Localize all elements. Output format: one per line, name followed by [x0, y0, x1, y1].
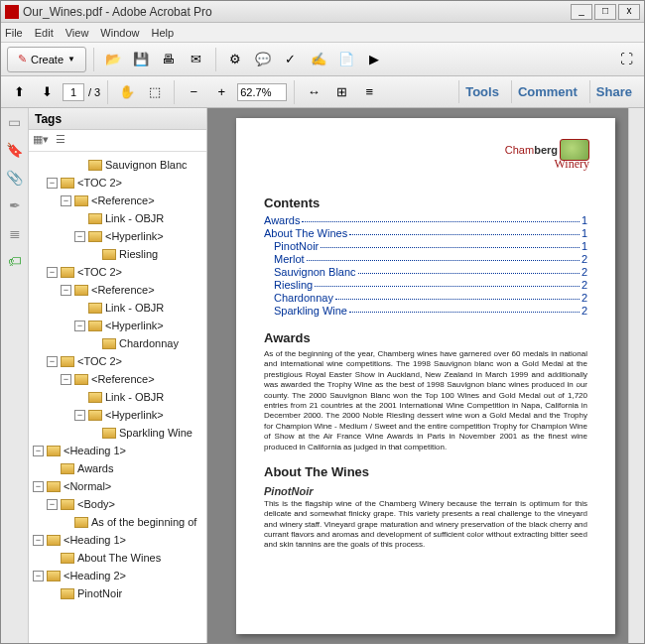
select-icon[interactable]: ⬚	[143, 80, 167, 104]
thumbnails-icon[interactable]: ▭	[6, 114, 24, 132]
hand-icon[interactable]: ✋	[115, 80, 139, 104]
tree-node[interactable]: −<Heading 2>	[31, 567, 204, 584]
multimedia-icon[interactable]: ▶	[362, 48, 386, 71]
toggle-icon[interactable]: −	[61, 195, 71, 206]
toggle-icon[interactable]: −	[47, 178, 58, 189]
tree-node[interactable]: −<Hyperlink>	[31, 406, 204, 424]
tags-options-icon[interactable]: ▦▾	[33, 133, 49, 149]
tag-icon	[74, 517, 88, 528]
tree-node[interactable]: Link - OBJR	[31, 388, 204, 406]
toggle-icon[interactable]: −	[33, 535, 44, 546]
toggle-icon[interactable]: −	[47, 356, 58, 367]
close-button[interactable]: x	[618, 4, 640, 20]
heading-awards: Awards	[264, 330, 587, 345]
tree-label: About The Wines	[77, 552, 161, 564]
toc-line[interactable]: About The Wines1	[264, 227, 587, 239]
expand-icon[interactable]: ⛶	[614, 48, 638, 71]
fit-page-icon[interactable]: ⊞	[329, 80, 353, 104]
layers-icon[interactable]: ≣	[6, 225, 24, 243]
tree-node[interactable]: Sparkling Wine	[31, 424, 204, 442]
tree-node[interactable]: About The Wines	[31, 549, 204, 567]
stamp-icon[interactable]: ✓	[279, 48, 303, 71]
tree-node[interactable]: −<Reference>	[31, 370, 204, 388]
toggle-icon[interactable]: −	[47, 267, 58, 278]
tools-tab[interactable]: Tools	[458, 80, 505, 103]
signatures-icon[interactable]: ✒	[6, 197, 24, 215]
tree-node[interactable]: Riesling	[31, 245, 204, 263]
zoom-out-icon[interactable]: −	[182, 80, 205, 104]
toc-line[interactable]: PinotNoir1	[264, 240, 587, 252]
toggle-icon[interactable]: −	[33, 571, 44, 581]
tree-node[interactable]: As of the beginning of	[31, 513, 204, 531]
tags-tree[interactable]: Sauvignon Blanc−<TOC 2>−<Reference>Link …	[29, 152, 206, 644]
tree-node[interactable]: −<Heading 1>	[31, 531, 204, 549]
tree-node[interactable]: −<TOC 2>	[31, 352, 204, 370]
create-button[interactable]: ✎Create▼	[7, 47, 86, 72]
tree-node[interactable]: Link - OBJR	[31, 209, 204, 227]
tree-node[interactable]: −<Hyperlink>	[31, 317, 204, 334]
toggle-icon[interactable]: −	[74, 231, 85, 242]
zoom-in-icon[interactable]: +	[209, 80, 233, 104]
attachments-icon[interactable]: 📎	[6, 170, 24, 188]
toc-line[interactable]: Merlot2	[264, 253, 587, 265]
toc-line[interactable]: Sauvignon Blanc2	[264, 266, 587, 278]
tags-icon[interactable]: 🏷	[6, 253, 24, 271]
toggle-icon[interactable]: −	[61, 374, 71, 385]
sign-icon[interactable]: ✍	[307, 48, 330, 71]
toggle-icon[interactable]: −	[74, 321, 85, 331]
tree-node[interactable]: −<TOC 2>	[31, 263, 204, 281]
toggle-icon[interactable]: −	[47, 499, 58, 510]
toc-line[interactable]: Awards1	[264, 214, 587, 226]
scrollbar[interactable]	[628, 108, 644, 644]
tree-node[interactable]: −<Body>	[31, 495, 204, 513]
menu-help[interactable]: Help	[151, 27, 174, 39]
tree-node[interactable]: Awards	[31, 459, 204, 477]
comment-tab[interactable]: Comment	[511, 80, 583, 103]
toc-line[interactable]: Riesling2	[264, 279, 587, 291]
form-icon[interactable]: 📄	[334, 48, 358, 71]
maximize-button[interactable]: □	[594, 4, 616, 20]
print-icon[interactable]: 🖶	[157, 48, 181, 71]
tree-node[interactable]: −<TOC 2>	[31, 174, 204, 192]
save-icon[interactable]: 💾	[129, 48, 153, 71]
toggle-icon[interactable]: −	[74, 410, 85, 421]
bookmarks-icon[interactable]: 🔖	[6, 142, 24, 160]
toc-page: 1	[581, 240, 587, 252]
page-input[interactable]	[63, 83, 84, 101]
tree-node[interactable]: −<Reference>	[31, 192, 204, 209]
menu-view[interactable]: View	[65, 27, 89, 39]
toggle-icon[interactable]: −	[33, 481, 44, 492]
comment-icon[interactable]: 💬	[251, 48, 275, 71]
tag-icon	[102, 428, 116, 439]
tree-node[interactable]: PinotNoir	[31, 584, 204, 602]
tree-node[interactable]: −<Hyperlink>	[31, 227, 204, 245]
tree-node[interactable]: Chardonnay	[31, 334, 204, 352]
toggle-icon[interactable]: −	[61, 285, 71, 296]
toc-line[interactable]: Chardonnay2	[264, 292, 587, 304]
toc-line[interactable]: Sparkling Wine2	[264, 305, 587, 317]
menu-window[interactable]: Window	[100, 27, 139, 39]
app-icon	[5, 5, 19, 19]
document-area[interactable]: Chamberg Winery Contents Awards1About Th…	[207, 108, 644, 644]
tree-node[interactable]: −<Heading 1>	[31, 442, 204, 459]
toggle-icon[interactable]: −	[33, 446, 44, 456]
share-tab[interactable]: Share	[589, 80, 638, 103]
gear-icon[interactable]: ⚙	[223, 48, 247, 71]
minimize-button[interactable]: _	[571, 4, 592, 20]
tree-node[interactable]: Sauvignon Blanc	[31, 156, 204, 174]
tags-menu-icon[interactable]: ☰	[53, 133, 68, 149]
scroll-icon[interactable]: ≡	[357, 80, 381, 104]
fit-width-icon[interactable]: ↔	[302, 80, 325, 104]
tag-icon	[47, 535, 61, 546]
open-icon[interactable]: 📂	[101, 48, 125, 71]
page-up-icon[interactable]: ⬆	[7, 80, 31, 104]
tree-node[interactable]: Link - OBJR	[31, 299, 204, 317]
page-down-icon[interactable]: ⬇	[35, 80, 59, 104]
tree-node[interactable]: −<Normal>	[31, 477, 204, 495]
tree-node[interactable]: −<Reference>	[31, 281, 204, 299]
menu-edit[interactable]: Edit	[35, 27, 54, 39]
toc-label: Riesling	[274, 279, 313, 291]
zoom-input[interactable]	[237, 83, 287, 101]
menu-file[interactable]: File	[5, 27, 23, 39]
email-icon[interactable]: ✉	[185, 48, 208, 71]
